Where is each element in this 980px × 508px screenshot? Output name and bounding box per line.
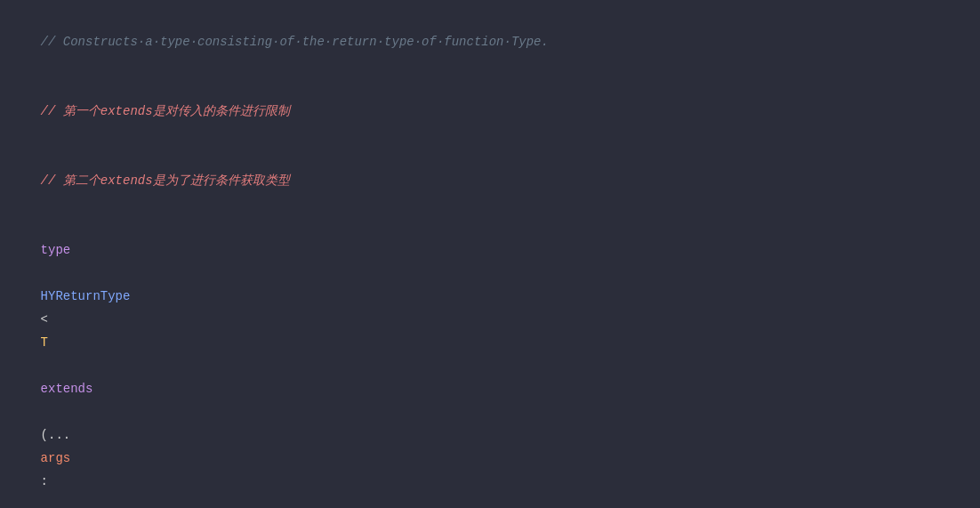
kw-type-1: type — [41, 243, 71, 257]
comment-1: // Constructs·a·type·consisting·of·the·r… — [41, 35, 549, 49]
line-3: // 第二个extends是为了进行条件获取类型 — [11, 146, 969, 215]
code-editor: // Constructs·a·type·consisting·of·the·r… — [0, 0, 980, 508]
line-2: // 第一个extends是对传入的条件进行限制 — [11, 77, 969, 146]
line-1: // Constructs·a·type·consisting·of·the·r… — [11, 7, 969, 77]
line-4: type HYReturnType < T extends (... args … — [11, 215, 969, 508]
comment-3: // 第二个extends是为了进行条件获取类型 — [41, 173, 290, 188]
type-hyreturntype: HYReturnType — [41, 289, 131, 303]
comment-2: // 第一个extends是对传入的条件进行限制 — [41, 104, 290, 118]
